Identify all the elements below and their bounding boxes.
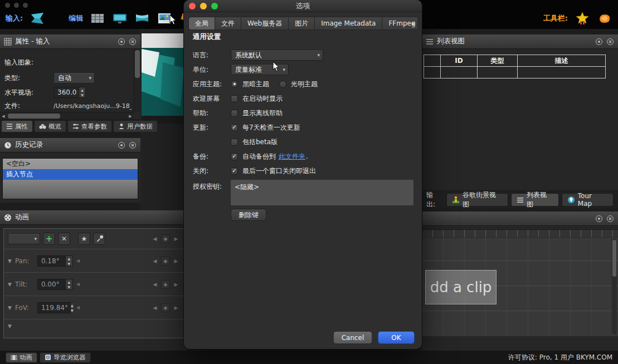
award-star-icon[interactable] (575, 11, 590, 26)
quit-on-close-checkbox[interactable]: ✓ (231, 168, 238, 175)
column-header-blank[interactable] (424, 55, 441, 67)
timeline-vertical-scrollbar[interactable] (612, 239, 617, 335)
ok-button[interactable]: OK (378, 331, 415, 344)
auto-backup-checkbox[interactable]: ✓ (231, 153, 238, 160)
add-panorama-input-icon[interactable] (30, 11, 45, 26)
delete-clip-button[interactable]: ✕ (58, 233, 70, 245)
window-controls[interactable] (5, 3, 28, 8)
float-panel-icon[interactable] (118, 141, 125, 149)
favorite-button[interactable]: ★ (78, 233, 90, 245)
collapse-icon[interactable]: ▼ (8, 282, 12, 287)
timeline-ruler[interactable] (422, 230, 618, 238)
minimize-window-icon[interactable] (14, 3, 19, 8)
spin-up-icon[interactable]: ▲ (79, 87, 85, 92)
table-row[interactable] (424, 67, 606, 78)
offline-help-checkbox[interactable] (231, 110, 238, 117)
timeline-clip[interactable]: dd a clip (425, 270, 497, 304)
properties-horizontal-scrollbar[interactable]: ◀ ▶ (0, 112, 134, 119)
float-panel-icon[interactable] (595, 215, 603, 223)
grid-tool-icon[interactable] (90, 11, 105, 26)
viewer-tool-icon[interactable] (112, 11, 128, 26)
add-clip-button[interactable]: + (43, 233, 55, 245)
close-panel-icon[interactable] (606, 38, 614, 46)
add-keyframe-icon[interactable]: ◆ (161, 257, 170, 265)
collapse-icon[interactable]: ▼ (8, 323, 12, 329)
dark-theme-radio[interactable] (231, 81, 238, 88)
tab-properties[interactable]: 属性 (1, 120, 33, 132)
prev-value-icon[interactable]: ◀ (76, 258, 80, 263)
list-item-selected[interactable]: 插入节点 (3, 169, 138, 180)
settings-wrench-button[interactable] (93, 233, 105, 245)
column-header-description[interactable]: 描述 (518, 55, 606, 67)
tab-images[interactable]: 图片 (288, 17, 315, 30)
show-at-startup-checkbox[interactable] (231, 95, 238, 102)
check-updates-checkbox[interactable]: ✓ (231, 124, 238, 131)
viewport-preview[interactable] (140, 29, 186, 210)
spin-down-icon[interactable]: ▼ (71, 308, 74, 313)
zoom-dialog-icon[interactable] (211, 3, 218, 9)
prev-keyframe-icon[interactable]: ◀ (150, 280, 159, 289)
tab-files[interactable]: 文件 (215, 17, 241, 30)
dialog-titlebar[interactable]: 选项 (184, 0, 422, 12)
panorama-viewer-icon[interactable] (134, 11, 150, 26)
fov-value-stepper[interactable]: 119.84° ▲▼ (37, 302, 73, 313)
float-panel-icon[interactable] (118, 38, 125, 46)
add-keyframe-icon[interactable]: ◆ (161, 280, 170, 289)
add-keyframe-icon[interactable]: ◆ (161, 234, 170, 243)
tab-google-streetview[interactable]: 谷歌街景视图 (446, 193, 508, 206)
spin-up-icon[interactable]: ▲ (66, 256, 72, 261)
license-key-field[interactable]: <隐藏> (231, 180, 413, 205)
scroll-right-icon[interactable]: ▶ (127, 112, 134, 120)
language-select[interactable]: 系统默认 ▾ (231, 50, 323, 61)
collapse-icon[interactable]: ▼ (8, 305, 12, 311)
list-item[interactable]: <空白> (3, 159, 138, 169)
type-select[interactable]: 自动 ▾ (53, 72, 95, 83)
spin-up-icon[interactable]: ▲ (71, 303, 74, 308)
column-header-id[interactable]: ID (441, 55, 478, 67)
close-panel-icon[interactable] (129, 141, 137, 149)
prev-value-icon[interactable]: ◀ (76, 282, 80, 287)
tab-overview[interactable]: 概览 (34, 120, 66, 132)
next-keyframe-icon[interactable]: ▶ (172, 234, 181, 243)
animation-clip-select[interactable]: ▾ (8, 233, 40, 244)
tab-webserver[interactable]: Web服务器 (241, 17, 289, 30)
components-icon[interactable] (597, 11, 612, 26)
scrollbar-thumb[interactable] (135, 50, 140, 78)
scroll-left-icon[interactable]: ◀ (0, 112, 7, 120)
include-beta-checkbox[interactable] (231, 139, 238, 146)
dialog-window-controls[interactable] (189, 3, 218, 9)
spin-down-icon[interactable]: ▼ (79, 92, 85, 97)
light-theme-radio[interactable] (279, 81, 286, 88)
tab-image-metadata[interactable]: Image Metadata (314, 17, 382, 30)
spin-up-icon[interactable]: ▲ (66, 279, 72, 284)
spin-down-icon[interactable]: ▼ (66, 284, 72, 289)
zoom-window-icon[interactable] (23, 3, 28, 8)
spin-down-icon[interactable]: ▼ (66, 261, 72, 266)
next-keyframe-icon[interactable]: ▶ (172, 303, 181, 312)
tab-user-data[interactable]: 用户数据 (113, 120, 158, 132)
next-keyframe-icon[interactable]: ▶ (172, 280, 181, 289)
pan-value-stepper[interactable]: 0.18° ▲▼ (37, 255, 73, 267)
tab-tour-map[interactable]: Tour Map (562, 193, 614, 206)
scrollbar-thumb[interactable] (612, 240, 616, 277)
hfov-stepper[interactable]: 360.0 ▲▼ (53, 87, 86, 98)
timeline-canvas[interactable]: dd a clip (422, 229, 618, 336)
prev-keyframe-icon[interactable]: ◀ (150, 303, 159, 312)
float-panel-icon[interactable] (595, 38, 603, 46)
scrollbar-thumb[interactable] (8, 114, 60, 119)
prev-keyframe-icon[interactable]: ◀ (150, 234, 159, 243)
tilt-value-stepper[interactable]: 0.00° ▲▼ (37, 279, 73, 290)
minimize-dialog-icon[interactable] (200, 3, 207, 9)
prev-value-icon[interactable]: ◀ (76, 305, 80, 310)
column-header-type[interactable]: 类型 (478, 55, 518, 67)
close-panel-icon[interactable] (129, 38, 137, 46)
tab-overflow-icon[interactable]: ▶ (410, 19, 417, 28)
properties-vertical-scrollbar[interactable] (134, 49, 140, 112)
prev-keyframe-icon[interactable]: ◀ (150, 257, 159, 265)
bottom-tab-animation[interactable]: 动画 (6, 352, 37, 363)
bottom-tab-tour-browser[interactable]: 导览浏览器 (40, 352, 91, 363)
close-window-icon[interactable] (5, 3, 10, 8)
close-dialog-icon[interactable] (189, 3, 196, 9)
tab-view-parameters[interactable]: 查看参数 (67, 120, 112, 132)
delete-key-button[interactable]: 删除键 (231, 209, 266, 221)
